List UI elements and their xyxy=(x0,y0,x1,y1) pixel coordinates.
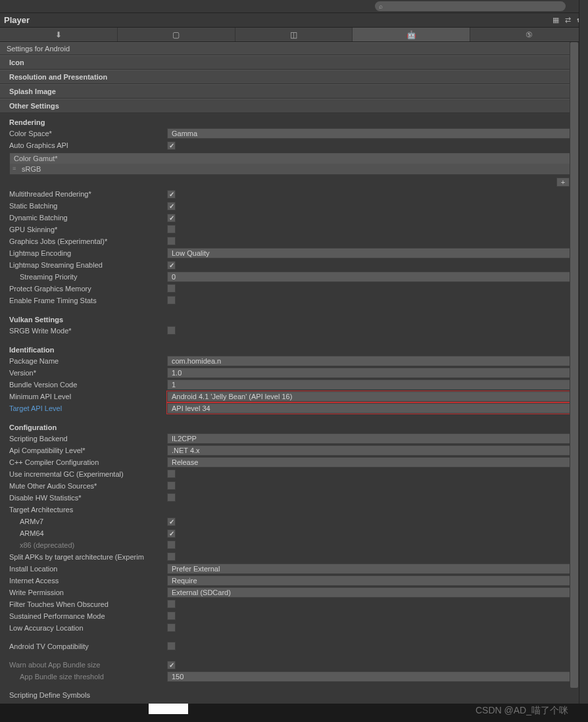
arm64-label: ARM64 xyxy=(9,529,167,537)
phone-icon: ▢ xyxy=(172,30,180,39)
low-accuracy-checkbox[interactable] xyxy=(167,623,176,632)
multithreaded-checkbox[interactable] xyxy=(167,190,176,199)
other-settings-body: Rendering Color Space*Gamma Auto Graphic… xyxy=(0,113,588,704)
mute-audio-checkbox[interactable] xyxy=(167,481,176,490)
gpu-skinning-checkbox[interactable] xyxy=(167,225,176,233)
sustained-perf-checkbox[interactable] xyxy=(167,612,176,620)
rendering-title: Rendering xyxy=(0,116,588,128)
bundle-code-field[interactable]: 1 xyxy=(167,379,579,390)
search-input[interactable]: ⌕ xyxy=(375,1,566,11)
color-gamut-label: Color Gamut* xyxy=(10,153,578,164)
dynamic-batching-label: Dynamic Batching xyxy=(9,214,167,222)
frame-timing-label: Enable Frame Timing Stats xyxy=(9,297,167,304)
min-api-label: Minimum API Level xyxy=(9,393,167,400)
x86-checkbox[interactable] xyxy=(167,541,176,549)
platform-header: Settings for Android xyxy=(0,42,588,55)
sustained-perf-label: Sustained Performance Mode xyxy=(9,612,167,620)
content-area: Settings for Android Icon Resolution and… xyxy=(0,42,588,722)
html5-icon: ⑤ xyxy=(526,30,533,39)
disable-hw-stats-label: Disable HW Statistics* xyxy=(9,494,167,502)
lightmap-encoding-label: Lightmap Encoding xyxy=(9,249,167,257)
gpu-skinning-label: GPU Skinning* xyxy=(9,226,167,233)
auto-graphics-label: Auto Graphics API xyxy=(9,141,167,149)
color-space-dropdown[interactable]: Gamma xyxy=(167,128,579,139)
cpp-config-label: C++ Compiler Configuration xyxy=(9,458,167,466)
bottom-crop xyxy=(0,704,588,722)
tab-ios[interactable]: ▢ xyxy=(118,28,235,41)
graphics-jobs-checkbox[interactable] xyxy=(167,237,176,245)
package-name-field[interactable]: com.homidea.n xyxy=(167,356,579,366)
section-resolution[interactable]: Resolution and Presentation xyxy=(0,70,588,84)
package-name-label: Package Name xyxy=(9,357,167,365)
android-tv-checkbox[interactable] xyxy=(167,642,176,650)
color-space-label: Color Space* xyxy=(9,130,167,137)
section-splash[interactable]: Splash Image xyxy=(0,84,588,99)
lightmap-streaming-label: Lightmap Streaming Enabled xyxy=(9,261,167,269)
section-icon[interactable]: Icon xyxy=(0,55,588,70)
low-accuracy-label: Low Accuracy Location xyxy=(9,624,167,632)
warn-bundle-checkbox[interactable] xyxy=(167,661,176,669)
color-gamut-item[interactable]: sRGB xyxy=(10,164,578,174)
cpp-config-dropdown[interactable]: Release xyxy=(167,457,579,468)
bundle-code-label: Bundle Version Code xyxy=(9,381,167,389)
filter-touches-label: Filter Touches When Obscured xyxy=(9,600,167,608)
android-tv-label: Android TV Compatibility xyxy=(9,642,167,650)
dynamic-batching-checkbox[interactable] xyxy=(167,214,176,222)
incremental-gc-checkbox[interactable] xyxy=(167,469,176,478)
lightmap-streaming-checkbox[interactable] xyxy=(167,261,176,270)
tv-icon: ◫ xyxy=(290,30,297,39)
protect-graphics-label: Protect Graphics Memory xyxy=(9,285,167,293)
vulkan-title: Vulkan Settings xyxy=(0,313,588,325)
internet-access-dropdown[interactable]: Require xyxy=(167,575,579,586)
scrollbar-thumb[interactable] xyxy=(570,42,578,688)
gamut-add-button[interactable]: + xyxy=(556,178,570,187)
scripting-symbols-label: Scripting Define Symbols xyxy=(9,691,167,699)
lightmap-encoding-dropdown[interactable]: Low Quality xyxy=(167,248,579,258)
static-batching-label: Static Batching xyxy=(9,202,167,210)
target-api-label: Target API Level xyxy=(9,404,167,412)
version-field[interactable]: 1.0 xyxy=(167,368,579,378)
version-label: Version* xyxy=(9,369,167,377)
section-other[interactable]: Other Settings xyxy=(0,99,588,113)
filter-touches-checkbox[interactable] xyxy=(167,600,176,608)
protect-graphics-checkbox[interactable] xyxy=(167,284,176,293)
scripting-backend-label: Scripting Backend xyxy=(9,435,167,443)
split-apk-checkbox[interactable] xyxy=(167,552,176,561)
help-icon[interactable]: ▦ xyxy=(551,16,560,25)
auto-graphics-checkbox[interactable] xyxy=(167,141,176,150)
configuration-title: Configuration xyxy=(0,421,588,433)
write-permission-label: Write Permission xyxy=(9,589,167,596)
download-icon: ⬇ xyxy=(55,30,62,39)
armv7-label: ARMv7 xyxy=(9,517,167,525)
api-compat-dropdown[interactable]: .NET 4.x xyxy=(167,445,579,456)
static-batching-checkbox[interactable] xyxy=(167,202,176,210)
min-api-dropdown[interactable]: Android 4.1 'Jelly Bean' (API level 16) xyxy=(167,391,579,402)
tab-android[interactable]: 🤖 xyxy=(353,28,470,41)
platform-tabs: ⬇ ▢ ◫ 🤖 ⑤ xyxy=(0,28,588,42)
arm64-checkbox[interactable] xyxy=(167,529,176,538)
vertical-scrollbar[interactable] xyxy=(570,42,579,722)
srgb-write-checkbox[interactable] xyxy=(167,326,176,335)
window-edge xyxy=(579,0,588,722)
tab-tvos[interactable]: ◫ xyxy=(235,28,353,41)
streaming-priority-field[interactable]: 0 xyxy=(167,272,579,282)
disable-hw-stats-checkbox[interactable] xyxy=(167,493,176,502)
graphics-jobs-label: Graphics Jobs (Experimental)* xyxy=(9,237,167,245)
split-apk-label: Split APKs by target architecture (Exper… xyxy=(9,553,167,561)
preset-icon[interactable]: ⇄ xyxy=(563,16,572,25)
write-permission-dropdown[interactable]: External (SDCard) xyxy=(167,587,579,598)
window-title: Player xyxy=(4,15,551,25)
search-icon: ⌕ xyxy=(379,3,383,10)
bundle-threshold-label: App Bundle size threshold xyxy=(9,673,167,681)
armv7-checkbox[interactable] xyxy=(167,517,176,526)
target-api-dropdown[interactable]: API level 34 xyxy=(167,403,579,414)
tab-webgl[interactable]: ⑤ xyxy=(470,28,588,41)
streaming-priority-label: Streaming Priority xyxy=(9,273,167,281)
frame-timing-checkbox[interactable] xyxy=(167,296,176,304)
install-location-dropdown[interactable]: Prefer External xyxy=(167,564,579,574)
scripting-backend-dropdown[interactable]: IL2CPP xyxy=(167,433,579,444)
tab-standalone[interactable]: ⬇ xyxy=(0,28,118,41)
gamut-toolbar: + − xyxy=(0,176,588,188)
bundle-threshold-field[interactable]: 150 xyxy=(167,671,579,682)
identification-title: Identification xyxy=(0,343,588,355)
